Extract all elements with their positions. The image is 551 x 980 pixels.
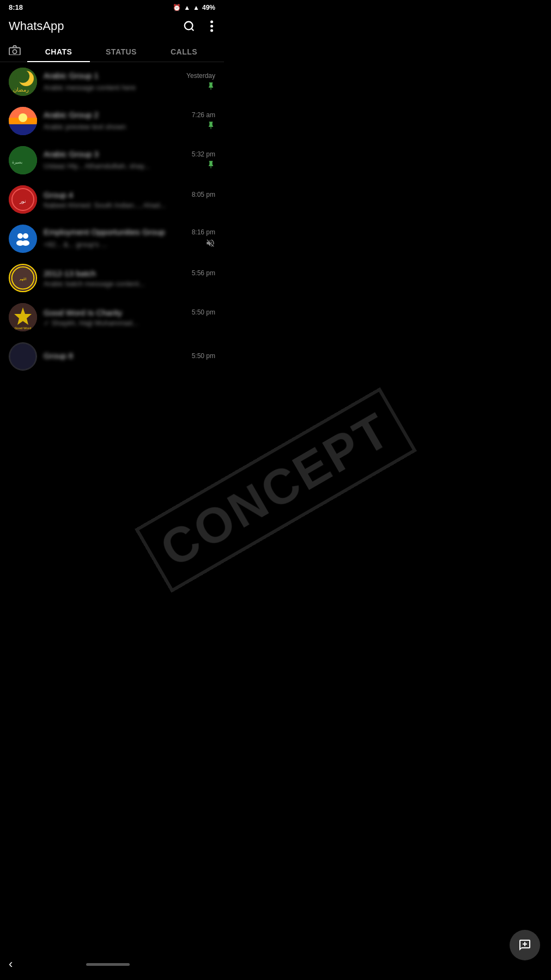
svg-text:بصيرة: بصيرة — [12, 160, 22, 165]
watermark: CONCEPT — [135, 388, 224, 398]
svg-point-6 — [13, 50, 16, 53]
app-header: WhatsApp — [0, 14, 224, 41]
chat-time: 8:16 pm — [192, 228, 215, 236]
chat-top: Arabic Group 2 7:26 am — [44, 110, 215, 119]
svg-point-23 — [22, 240, 29, 246]
status-icons: ⏰ ▲ ▲ 49% — [173, 4, 215, 11]
chat-name: Employment Opportunities Group — [44, 227, 187, 237]
chat-top: Group 4 8:05 pm — [44, 190, 215, 199]
chat-name: Good Word Is Charity — [44, 308, 187, 317]
chat-item[interactable]: نور Group 4 8:05 pm Nabeel Ahmed: South … — [0, 180, 224, 219]
chat-bottom: +92... &... group's ... — [44, 238, 215, 250]
chat-preview: Arabic batch message content... — [44, 280, 211, 288]
wifi-icon: ▲ — [184, 4, 190, 11]
svg-point-30 — [9, 343, 37, 370]
chat-preview: +92... &... group's ... — [44, 240, 201, 249]
svg-point-9 — [16, 70, 29, 83]
header-actions — [181, 18, 215, 34]
chat-bottom: Nabeel Ahmed: South Indian..., Ahad... — [44, 201, 215, 209]
tabs-container: CHATS STATUS CALLS — [0, 41, 224, 62]
chat-preview: Arabic message content here — [44, 83, 202, 92]
avatar: رمضان — [9, 68, 37, 96]
chat-time: 8:05 pm — [192, 191, 215, 198]
chat-time: 5:32 pm — [192, 150, 215, 158]
tab-status[interactable]: STATUS — [90, 41, 153, 62]
svg-text:اللهم: اللهم — [20, 277, 27, 281]
chat-name: 2012-13 batch — [44, 269, 187, 278]
chat-name: Arabic Group 2 — [44, 110, 187, 119]
chat-content: Arabic Group 2 7:26 am Arabic preview te… — [44, 110, 215, 132]
chat-time: 7:26 am — [192, 111, 215, 119]
avatar — [9, 107, 37, 135]
avatar — [9, 342, 37, 371]
svg-text:رمضان: رمضان — [13, 87, 29, 93]
chat-top: Good Word Is Charity 5:50 pm — [44, 308, 215, 317]
chat-item[interactable]: Employment Opportunities Group 8:16 pm +… — [0, 219, 224, 258]
chat-preview: Nabeel Ahmed: South Indian..., Ahad... — [44, 201, 211, 209]
app-title: WhatsApp — [9, 19, 64, 33]
camera-icon[interactable] — [9, 45, 21, 58]
tab-chats[interactable]: CHATS — [27, 41, 90, 62]
chat-time: 5:50 pm — [192, 308, 215, 316]
chat-item[interactable]: Group 8 5:50 pm — [0, 337, 224, 376]
avatar: Good Word — [9, 303, 37, 331]
svg-point-21 — [23, 233, 28, 239]
chat-list: رمضان Arabic Group 1 Yesterday Arabic me… — [0, 62, 224, 376]
chat-preview: Ustaaz Hiy... Alhamdulliah, shay... — [44, 162, 202, 170]
chat-name: Arabic Group 1 — [44, 71, 182, 80]
chat-name: Group 8 — [44, 351, 187, 360]
chat-bottom: ✓ Shaykh, Hajji Muhammad... — [44, 319, 215, 327]
chat-content: 2012-13 batch 5:56 pm Arabic batch messa… — [44, 269, 215, 288]
svg-point-0 — [185, 22, 193, 30]
chat-item[interactable]: اللهم 2012-13 batch 5:56 pm Arabic batch… — [0, 258, 224, 298]
pin-icon — [207, 82, 215, 93]
avatar: بصيرة — [9, 146, 37, 174]
svg-point-20 — [17, 233, 23, 239]
chat-time: 5:50 pm — [192, 352, 215, 360]
chat-preview: ✓ Shaykh, Hajji Muhammad... — [44, 319, 211, 327]
chat-item[interactable]: بصيرة Arabic Group 3 5:32 pm Ustaaz Hiy.… — [0, 141, 224, 180]
chat-top: 2012-13 batch 5:56 pm — [44, 269, 215, 278]
battery-indicator: 49% — [202, 4, 215, 11]
svg-point-4 — [210, 29, 213, 32]
svg-text:نور: نور — [19, 198, 26, 204]
search-button[interactable] — [181, 18, 197, 34]
chat-item[interactable]: رمضان Arabic Group 1 Yesterday Arabic me… — [0, 62, 224, 101]
more-options-button[interactable] — [208, 18, 215, 34]
chat-top: Group 8 5:50 pm — [44, 351, 215, 360]
chat-content: Group 8 5:50 pm — [44, 351, 215, 362]
chat-content: Good Word Is Charity 5:50 pm ✓ Shaykh, H… — [44, 308, 215, 327]
status-bar: 8:18 ⏰ ▲ ▲ 49% — [0, 0, 224, 14]
chat-top: Arabic Group 3 5:32 pm — [44, 149, 215, 159]
chat-content: Group 4 8:05 pm Nabeel Ahmed: South Indi… — [44, 190, 215, 209]
alarm-icon: ⏰ — [173, 4, 181, 11]
avatar: اللهم — [9, 264, 37, 292]
chat-top: Arabic Group 1 Yesterday — [44, 71, 215, 80]
chat-bottom: Arabic preview text shown — [44, 121, 215, 132]
chat-time: 5:56 pm — [192, 269, 215, 277]
svg-text:Good Word: Good Word — [15, 326, 32, 330]
muted-icon — [205, 238, 215, 250]
chat-item[interactable]: Good Word Good Word Is Charity 5:50 pm ✓… — [0, 298, 224, 337]
chat-name: Group 4 — [44, 190, 187, 199]
svg-point-14 — [19, 113, 27, 122]
tabs: CHATS STATUS CALLS — [27, 41, 215, 62]
tab-calls[interactable]: CALLS — [153, 41, 215, 62]
chat-bottom: Ustaaz Hiy... Alhamdulliah, shay... — [44, 160, 215, 171]
chat-content: Arabic Group 3 5:32 pm Ustaaz Hiy... Alh… — [44, 149, 215, 171]
svg-line-1 — [191, 28, 193, 31]
status-time: 8:18 — [9, 3, 23, 11]
pin-icon — [207, 160, 215, 171]
chat-top: Employment Opportunities Group 8:16 pm — [44, 227, 215, 237]
chat-content: Arabic Group 1 Yesterday Arabic message … — [44, 71, 215, 93]
signal-icon: ▲ — [193, 4, 199, 11]
svg-point-3 — [210, 25, 213, 28]
pin-icon — [207, 121, 215, 132]
chat-bottom: Arabic batch message content... — [44, 280, 215, 288]
chat-preview: Arabic preview text shown — [44, 123, 202, 131]
svg-point-2 — [210, 21, 213, 23]
chat-content: Employment Opportunities Group 8:16 pm +… — [44, 227, 215, 250]
chat-bottom: Arabic message content here — [44, 82, 215, 93]
chat-item[interactable]: Arabic Group 2 7:26 am Arabic preview te… — [0, 101, 224, 141]
avatar: نور — [9, 185, 37, 214]
